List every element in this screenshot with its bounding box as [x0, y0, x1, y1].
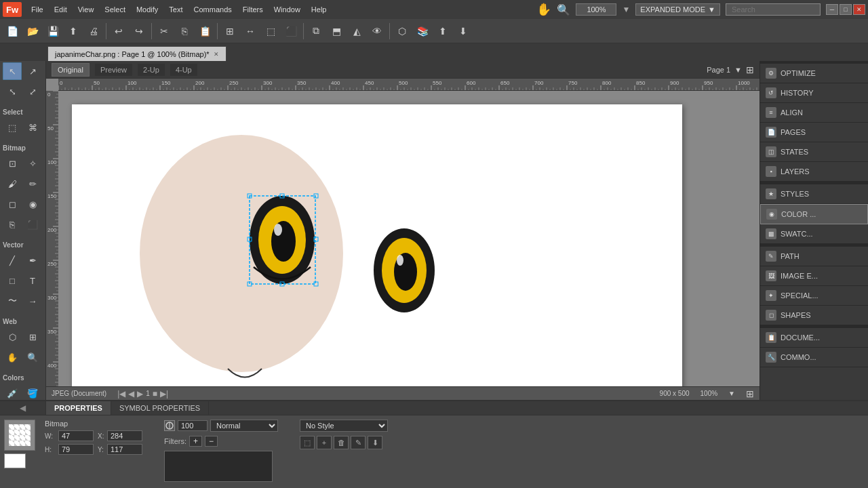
menu-view[interactable]: View	[73, 3, 100, 16]
y-input[interactable]	[107, 444, 142, 455]
image-edit-panel[interactable]: 🖼 IMAGE E...	[760, 266, 868, 286]
skew-tool[interactable]: ⤢	[23, 83, 42, 100]
style-new-button[interactable]: +	[317, 436, 332, 449]
stop-button[interactable]: ■	[153, 389, 157, 399]
zoom-dropdown-icon[interactable]: ▼	[622, 5, 630, 14]
undo-button[interactable]: ↩	[109, 22, 128, 41]
search-input[interactable]	[726, 3, 821, 16]
menu-commands[interactable]: Commands	[189, 3, 237, 16]
eyedropper-tool[interactable]: 💉	[3, 384, 22, 400]
clone-tool[interactable]: ⎘	[3, 216, 22, 233]
zoom-status-dropdown[interactable]: ▼	[728, 390, 735, 397]
search-icon[interactable]: 🔍	[557, 3, 570, 16]
view-preview[interactable]: Preview	[95, 64, 132, 76]
pencil-tool[interactable]: ✏	[23, 175, 42, 192]
next-page-button[interactable]: ▶|	[160, 389, 168, 399]
export2-button[interactable]: ⬆	[433, 22, 452, 41]
slice-tool[interactable]: ⊞	[23, 328, 42, 346]
menu-edit[interactable]: Edit	[49, 3, 73, 16]
opacity-icon[interactable]	[164, 420, 175, 431]
style-edit-button[interactable]: ✎	[351, 436, 366, 449]
save-button[interactable]: 💾	[43, 22, 62, 41]
paste-button[interactable]: 📋	[195, 22, 214, 41]
ungroup-button[interactable]: ⬛	[281, 22, 300, 41]
merge-button[interactable]: ⬒	[327, 22, 346, 41]
lasso-tool[interactable]: ⌘	[23, 119, 42, 136]
eraser-tool[interactable]: ◻	[3, 195, 22, 213]
text-tool[interactable]: T	[23, 272, 42, 289]
common-panel[interactable]: 🔧 COMMO...	[760, 348, 868, 367]
mask-button[interactable]: ◭	[347, 22, 366, 41]
pages-panel[interactable]: 📄 PAGES	[760, 123, 868, 142]
align-panel[interactable]: ≡ ALIGN	[760, 103, 868, 123]
transform-button[interactable]: ↔	[241, 22, 260, 41]
rubber-tool[interactable]: ⬛	[23, 216, 42, 233]
mode-dropdown[interactable]: EXPANDED MODE ▼	[635, 3, 720, 16]
styles-panel[interactable]: ★ STYLES	[760, 184, 868, 204]
props-collapse-icon[interactable]: ◀	[0, 401, 46, 415]
width-input[interactable]	[58, 430, 94, 441]
group-button[interactable]: ⬚	[261, 22, 280, 41]
layers-panel[interactable]: ▪ LAYERS	[760, 162, 868, 182]
page-dropdown[interactable]: ▼	[734, 66, 742, 74]
maximize-button[interactable]: □	[840, 4, 852, 15]
hand-tool[interactable]: ✋	[3, 348, 22, 366]
menu-text[interactable]: Text	[163, 3, 188, 16]
special-panel[interactable]: ✦ SPECIAL...	[760, 286, 868, 306]
color-swatch[interactable]	[4, 453, 26, 468]
color-panel[interactable]: ◉ COLOR ...	[760, 204, 868, 224]
rectangle-tool[interactable]: □	[3, 272, 22, 289]
hand-tool-icon[interactable]: ✋	[536, 2, 551, 17]
brush-tool[interactable]: 🖌	[3, 175, 22, 192]
scale-tool[interactable]: ⤡	[3, 83, 22, 100]
library-button[interactable]: 📚	[413, 22, 432, 41]
path-panel[interactable]: ✎ PATH	[760, 247, 868, 266]
marquee-tool[interactable]: ⬚	[3, 119, 22, 136]
pointer-tool[interactable]: ↖	[3, 62, 22, 80]
first-page-button[interactable]: |◀	[117, 389, 125, 399]
style-import-button[interactable]: ⬇	[368, 436, 382, 449]
export-button[interactable]: ⬆	[64, 22, 83, 41]
menu-window[interactable]: Window	[269, 3, 306, 16]
canvas-background[interactable]	[58, 91, 760, 386]
view-original[interactable]: Original	[52, 63, 90, 77]
minimize-button[interactable]: ─	[826, 4, 838, 15]
prev-page-button[interactable]: ◀	[128, 389, 134, 399]
page-expand-icon[interactable]: ⊞	[746, 64, 754, 75]
cut-button[interactable]: ✂	[155, 22, 174, 41]
style-apply-button[interactable]: ⬚	[300, 436, 315, 449]
menu-file[interactable]: File	[26, 3, 49, 16]
paint-bucket-tool[interactable]: 🪣	[23, 384, 42, 400]
tab-close-button[interactable]: ✕	[214, 51, 219, 58]
style-select[interactable]: No Style	[300, 420, 388, 432]
freeform-tool[interactable]: 〜	[3, 292, 22, 310]
symbol-properties-tab[interactable]: SYMBOL PROPERTIES	[111, 401, 209, 415]
menu-help[interactable]: Help	[306, 3, 332, 16]
remove-filter-button[interactable]: −	[205, 436, 218, 447]
hide-button[interactable]: 👁	[368, 22, 387, 41]
import-button[interactable]: ⬇	[454, 22, 473, 41]
magic-wand-tool[interactable]: ✧	[23, 155, 42, 172]
states-panel[interactable]: ◫ STATES	[760, 142, 868, 162]
document-panel[interactable]: 📋 DOCUME...	[760, 328, 868, 348]
copy-button[interactable]: ⎘	[175, 22, 194, 41]
zoom-tool[interactable]: 🔍	[23, 348, 42, 366]
menu-select[interactable]: Select	[99, 3, 131, 16]
align-button[interactable]: ⊞	[220, 22, 239, 41]
blur-tool[interactable]: ◉	[23, 195, 42, 213]
properties-tab[interactable]: PROPERTIES	[46, 401, 111, 415]
style-delete-button[interactable]: 🗑	[334, 436, 349, 449]
optimize-panel[interactable]: ⚙ OPTIMIZE	[760, 64, 868, 83]
hotspot-tool[interactable]: ⬡	[3, 328, 22, 346]
line-tool[interactable]: ╱	[3, 251, 22, 269]
crop-tool[interactable]: ⊡	[3, 155, 22, 172]
active-tab[interactable]: japanimeChar.png : Page 1 @ 100% (Bitmap…	[47, 46, 226, 61]
play-button[interactable]: ▶	[137, 389, 143, 399]
arrow-tool[interactable]: →	[23, 292, 42, 310]
menu-modify[interactable]: Modify	[131, 3, 163, 16]
menu-filters[interactable]: Filters	[237, 3, 269, 16]
document-canvas[interactable]	[72, 104, 682, 386]
flatten-button[interactable]: ⧉	[307, 22, 326, 41]
subselect-tool[interactable]: ↗	[23, 62, 42, 80]
history-panel[interactable]: ↺ HISTORY	[760, 83, 868, 103]
